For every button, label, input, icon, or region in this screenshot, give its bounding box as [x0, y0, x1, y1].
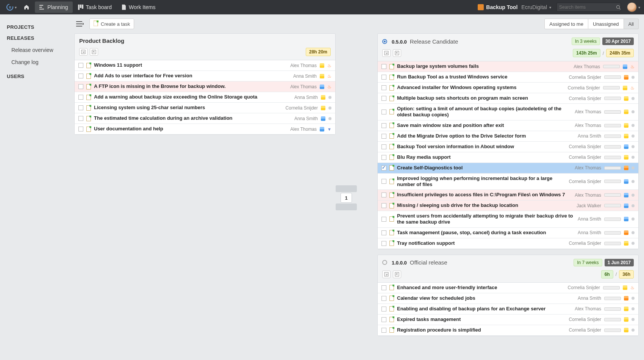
release-radio[interactable] — [382, 39, 387, 44]
item-checkbox[interactable] — [78, 63, 83, 68]
nav-planning[interactable]: Planning — [35, 2, 73, 13]
item-checkbox[interactable] — [381, 285, 386, 290]
chevron-down-icon: ▾ — [549, 5, 551, 9]
work-item-row[interactable]: Missing / sleeping usb drive for the bac… — [378, 200, 638, 211]
item-checkbox[interactable] — [78, 84, 83, 89]
work-item-row[interactable]: Expired tasks management Cornelia Snijde… — [378, 315, 638, 325]
work-item-row[interactable]: Calendar view for scheduled jobs Anna Sm… — [378, 293, 638, 304]
work-item-row[interactable]: Task management (pause, stop, cancel) du… — [378, 228, 638, 238]
home-button[interactable] — [19, 2, 34, 13]
item-checkbox[interactable] — [381, 75, 386, 80]
work-item-row[interactable]: Option: setting a limit of amount of bac… — [378, 104, 638, 121]
work-item-row[interactable]: Create Self-Diagnostics tool Alex Thomas — [378, 163, 638, 174]
collapse-button[interactable] — [382, 271, 391, 278]
item-checkbox[interactable] — [381, 296, 386, 301]
user-avatar[interactable] — [627, 2, 637, 12]
work-item-row[interactable]: Improved logging when performing increme… — [378, 174, 638, 190]
sidebar-heading-users[interactable]: USERS — [7, 74, 69, 79]
work-item-row[interactable]: Advanced installer for Windows operating… — [378, 83, 638, 93]
work-item-row[interactable]: Prevent users from accidentally attempti… — [378, 211, 638, 228]
nav-workitems[interactable]: Work Items — [117, 2, 160, 13]
item-checkbox[interactable] — [381, 179, 386, 184]
create-task-button[interactable]: Create a task — [89, 19, 134, 29]
sidebar-link-change-log[interactable]: Change log — [7, 56, 69, 68]
work-item-row[interactable]: Enabling and disabling of backup plans f… — [378, 304, 638, 315]
item-card-icon — [624, 296, 628, 301]
work-item-row[interactable]: Insufficient privileges to access files … — [378, 190, 638, 200]
priority-dot-icon — [328, 106, 331, 110]
item-checkbox[interactable] — [381, 64, 386, 69]
item-checkbox[interactable] — [381, 96, 386, 101]
item-checkbox[interactable] — [381, 193, 386, 197]
move-left-button[interactable] — [336, 185, 357, 192]
sidebar-link-release-overview[interactable]: Release overview — [7, 44, 69, 56]
work-item-row[interactable]: Add Ads to user interface for Free versi… — [75, 71, 335, 81]
work-item-row[interactable]: Backup large system volumes fails Alex T… — [378, 61, 638, 72]
priority-dot-icon — [631, 204, 635, 207]
collapse-button[interactable] — [382, 49, 391, 57]
nav-taskboard[interactable]: Task board — [73, 2, 116, 13]
item-checkbox[interactable] — [78, 95, 83, 100]
item-checkbox[interactable] — [78, 74, 83, 78]
work-item-row[interactable]: Blu Ray media support Cornelia Snijder — [378, 152, 638, 163]
work-item-row[interactable]: Registration procedure is simplified Cor… — [378, 325, 638, 336]
item-checkbox[interactable] — [381, 217, 386, 222]
priority-dot-icon — [631, 297, 635, 300]
expand-button[interactable] — [90, 48, 98, 56]
item-checkbox[interactable] — [381, 110, 386, 114]
search-input[interactable] — [559, 5, 616, 10]
item-checkbox[interactable] — [381, 230, 386, 235]
work-item-row[interactable]: Save main window size and position after… — [378, 121, 638, 131]
release-hours-spent: 6h — [601, 270, 613, 279]
item-checkbox[interactable] — [381, 85, 386, 90]
work-item-row[interactable]: Windows 11 support Alex Thomas ♨ — [75, 60, 335, 71]
filter-all[interactable]: All — [624, 19, 639, 29]
item-checkbox[interactable] — [381, 317, 386, 322]
expand-button[interactable] — [393, 49, 401, 57]
work-item-row[interactable]: Add a warning about backup size exceedin… — [75, 92, 335, 103]
sidebar-heading-releases[interactable]: RELEASES — [7, 35, 69, 41]
item-checkbox[interactable] — [78, 116, 83, 121]
item-checkbox[interactable] — [381, 203, 386, 208]
item-checkbox[interactable] — [381, 134, 386, 139]
item-card-icon — [624, 96, 628, 101]
work-item-row[interactable]: Multiple backup sets shortcuts on progra… — [378, 93, 638, 104]
work-item-row[interactable]: The estimated time calculation during an… — [75, 113, 335, 124]
item-checkbox[interactable] — [381, 123, 386, 128]
item-checkbox[interactable] — [78, 127, 83, 131]
item-assignee: Cornelia Snijder — [568, 85, 600, 91]
chevron-down-icon[interactable]: ▾ — [638, 5, 640, 9]
item-checkbox[interactable] — [78, 105, 83, 110]
work-item-row[interactable]: Backup Tool version information in About… — [378, 142, 638, 152]
work-item-row[interactable]: Enhanced and more user-friendly interfac… — [378, 283, 638, 293]
work-item-row[interactable]: Add the Migrate Drive option to the Driv… — [378, 131, 638, 142]
item-title: Insufficient privileges to access files … — [397, 192, 572, 198]
filter-assigned-to-me[interactable]: Assigned to me — [544, 19, 588, 29]
item-type-icon — [389, 75, 394, 80]
work-item-row[interactable]: Tray notification support Cornelia Snijd… — [378, 238, 638, 249]
app-logo-menu[interactable]: ▾ — [4, 2, 18, 13]
workspace-selector[interactable]: Backup Tool EcruDigital ▾ — [478, 4, 551, 10]
menu-toggle[interactable] — [74, 19, 86, 29]
item-checkbox[interactable] — [381, 144, 386, 149]
item-checkbox[interactable] — [381, 307, 386, 311]
work-item-row[interactable]: Licensing system using 25-char serial nu… — [75, 103, 335, 113]
item-checkbox[interactable] — [381, 241, 386, 246]
sidebar-heading-projects[interactable]: PROJECTS — [7, 24, 69, 30]
item-checkbox[interactable] — [381, 166, 386, 171]
item-type-icon — [389, 285, 394, 290]
work-item-row[interactable]: User documentation and help Alex Thomas … — [75, 124, 335, 135]
work-item-row[interactable]: Run Backup Tool as a trusted Windows ser… — [378, 72, 638, 83]
collapse-button[interactable] — [79, 48, 88, 56]
filter-unassigned[interactable]: Unassigned — [588, 19, 624, 29]
priority-flame-icon: ♨ — [327, 84, 331, 89]
work-item-row[interactable]: A FTP icon is missing in the Browse for … — [75, 81, 335, 92]
item-assignee: Cornelia Snijder — [569, 241, 601, 246]
item-checkbox[interactable] — [381, 155, 386, 160]
search-box[interactable] — [556, 3, 621, 12]
expand-button[interactable] — [393, 271, 401, 278]
item-checkbox[interactable] — [381, 328, 386, 333]
move-right-button[interactable] — [336, 203, 357, 210]
release-radio[interactable] — [382, 260, 387, 265]
item-assignee: Cornelia Snijder — [569, 155, 601, 160]
